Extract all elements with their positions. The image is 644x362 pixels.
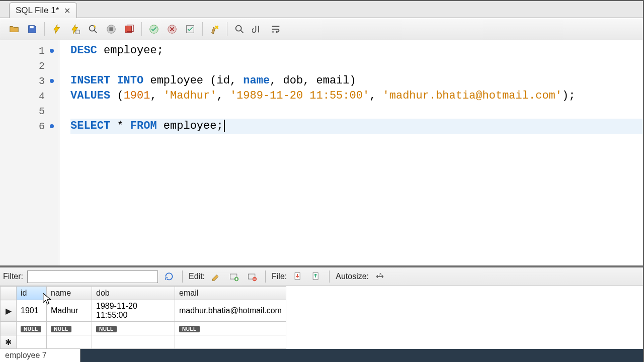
corner-header[interactable] <box>1 287 17 300</box>
open-file-button[interactable] <box>6 21 22 37</box>
filter-label: Filter: <box>3 272 23 281</box>
cell[interactable] <box>47 335 92 349</box>
delete-row-button[interactable] <box>245 270 259 283</box>
row-marker[interactable]: ▶ <box>1 300 17 322</box>
line-number: 5 <box>0 104 59 119</box>
cell[interactable]: madhur.bhatia@hotmail.com <box>175 300 286 322</box>
filter-input[interactable] <box>27 270 158 283</box>
code-line[interactable] <box>70 104 643 119</box>
autosize-button[interactable]: IA <box>373 270 387 283</box>
stop-button[interactable] <box>103 21 119 37</box>
sql-editor[interactable]: 123456 DESC employee;INSERT INTO employe… <box>0 40 643 265</box>
cell[interactable]: Madhur <box>47 300 92 322</box>
cell[interactable] <box>17 335 47 349</box>
row-marker[interactable]: ✱ <box>1 335 17 349</box>
code-line[interactable]: VALUES (1901, 'Madhur', '1989-11-20 11:5… <box>70 88 643 104</box>
svg-text:IA: IA <box>379 273 382 276</box>
cell[interactable] <box>92 335 175 349</box>
svg-rect-4 <box>109 27 113 31</box>
edit-row-button[interactable] <box>209 270 223 283</box>
cell[interactable]: 1901 <box>17 300 47 322</box>
svg-rect-0 <box>30 26 33 28</box>
find-button[interactable] <box>231 21 248 37</box>
autosize-label: Autosize: <box>336 272 369 281</box>
beautify-button[interactable] <box>207 21 223 37</box>
file-label: File: <box>272 272 287 281</box>
cell[interactable]: NULL <box>175 322 286 335</box>
result-tab-label: employee 7 <box>5 351 47 360</box>
result-grid[interactable]: idnamedobemail▶1901Madhur1989-11-20 11:5… <box>0 286 643 349</box>
results-toolbar: Filter: Edit: File: Autosize: IA <box>0 267 643 286</box>
file-tab[interactable]: SQL File 1* ✕ <box>9 3 77 18</box>
code-area[interactable]: DESC employee;INSERT INTO employee (id, … <box>59 40 643 265</box>
table-row[interactable]: ▶1901Madhur1989-11-20 11:55:00madhur.bha… <box>1 300 286 322</box>
file-tab-title: SQL File 1* <box>16 6 59 16</box>
svg-rect-1 <box>76 30 79 33</box>
line-number: 1 <box>0 43 59 58</box>
bottom-tab-bar: employee 7 <box>0 349 643 362</box>
column-header[interactable]: email <box>175 287 286 300</box>
cell[interactable]: 1989-11-20 11:55:00 <box>92 300 175 322</box>
code-line[interactable]: SELECT * FROM employee; <box>70 119 643 134</box>
code-line[interactable]: DESC employee; <box>70 43 643 58</box>
cell[interactable]: NULL <box>17 322 47 335</box>
save-button[interactable] <box>24 21 40 37</box>
line-number: 3 <box>0 73 59 88</box>
edit-label: Edit: <box>189 272 205 281</box>
export-button[interactable] <box>291 270 305 283</box>
execute-button[interactable] <box>49 21 65 37</box>
column-header[interactable]: name <box>47 287 92 300</box>
results-panel: Filter: Edit: File: Autosize: IA idnamed… <box>0 265 643 362</box>
editor-toolbar <box>0 18 643 40</box>
line-number: 2 <box>0 58 59 73</box>
add-row-button[interactable] <box>227 270 241 283</box>
wrap-button[interactable] <box>268 21 284 37</box>
line-number: 6 <box>0 119 59 134</box>
cell[interactable]: NULL <box>92 322 175 335</box>
line-gutter: 123456 <box>0 40 59 265</box>
column-header[interactable]: id <box>17 287 47 300</box>
row-marker[interactable] <box>1 322 17 335</box>
cell[interactable] <box>175 335 286 349</box>
code-line[interactable] <box>70 58 643 73</box>
tab-bar: SQL File 1* ✕ <box>0 1 643 18</box>
invisible-chars-button[interactable] <box>250 21 266 37</box>
commit-button[interactable] <box>146 21 162 37</box>
line-number: 4 <box>0 88 59 104</box>
refresh-button[interactable] <box>162 270 176 283</box>
close-icon[interactable]: ✕ <box>63 6 71 16</box>
execute-current-button[interactable] <box>67 21 83 37</box>
cell[interactable]: NULL <box>47 322 92 335</box>
code-line[interactable]: INSERT INTO employee (id, name, dob, ema… <box>70 73 643 88</box>
table-row[interactable]: NULLNULLNULLNULL <box>1 322 286 335</box>
stop-all-button[interactable] <box>121 21 137 37</box>
rollback-button[interactable] <box>164 21 180 37</box>
import-button[interactable] <box>309 270 323 283</box>
autocommit-button[interactable] <box>182 21 198 37</box>
column-header[interactable]: dob <box>92 287 175 300</box>
explain-button[interactable] <box>85 21 101 37</box>
table-row[interactable]: ✱ <box>1 335 286 349</box>
result-tab[interactable]: employee 7 <box>0 349 80 362</box>
